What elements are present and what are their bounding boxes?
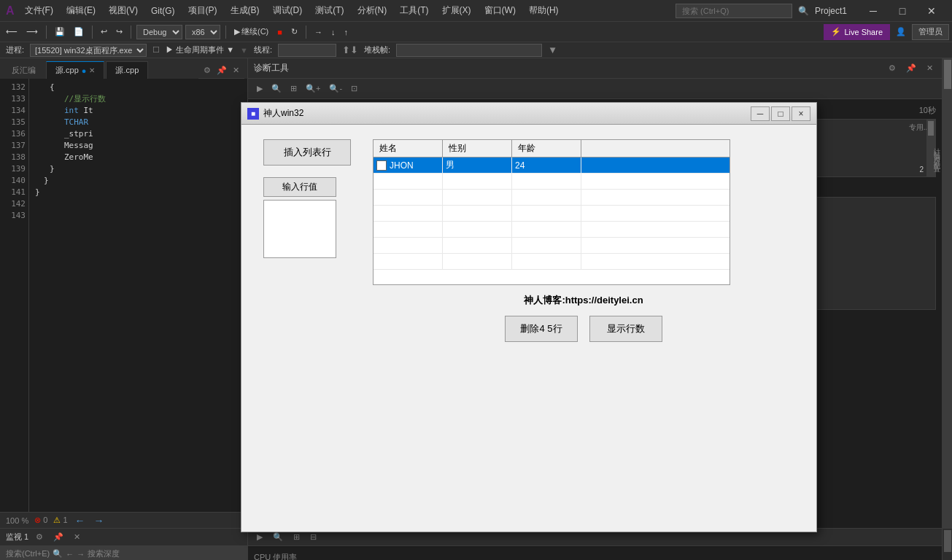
restore-button[interactable]: □ (888, 0, 917, 22)
diag-zoom-in-btn[interactable]: 🔍+ (303, 82, 323, 95)
list-row-1[interactable]: JHON 男 24 (374, 158, 730, 174)
dialog-close-btn[interactable]: × (792, 106, 810, 121)
save-all-btn[interactable]: 📄 (71, 24, 87, 40)
list-row-3[interactable] (374, 190, 730, 206)
diag-settings-btn[interactable]: ⚙ (886, 63, 899, 74)
search-input[interactable] (676, 4, 792, 18)
menu-analyze[interactable]: 分析(N) (352, 3, 393, 18)
bottom-scrollbar-thumb[interactable] (944, 530, 951, 552)
diag-search-btn[interactable]: 🔍 (268, 82, 285, 95)
platform-select[interactable]: x86 (185, 25, 220, 39)
dialog-content: 插入列表行 输入行值 姓名 性别 年龄 (241, 125, 816, 357)
far-right-scrollbar[interactable] (943, 58, 952, 528)
save-btn[interactable]: 💾 (52, 24, 68, 40)
insert-row-button[interactable]: 插入列表行 (263, 139, 351, 166)
warning-btn[interactable]: ⚠ 1 (53, 516, 67, 525)
list-row-4[interactable] (374, 206, 730, 222)
watch-settings-btn[interactable]: ⚙ (33, 532, 46, 542)
watch-close-btn[interactable]: ✕ (71, 532, 83, 542)
diag-fit-btn[interactable]: ⊡ (348, 82, 360, 95)
menu-tools[interactable]: 工具(T) (394, 3, 434, 18)
diag-start-btn[interactable]: ▶ (254, 82, 266, 95)
search-icon[interactable]: 🔍 (798, 6, 809, 16)
tab-source2[interactable]: 源.cpp (106, 61, 148, 79)
menu-build[interactable]: 生成(B) (225, 3, 266, 18)
cell-empty (581, 206, 730, 221)
window-controls: ─ □ ✕ (859, 0, 946, 22)
step-into-btn[interactable]: ↓ (328, 24, 338, 40)
process-select[interactable]: [15520] win32桌面程序.exe (30, 44, 147, 57)
row-checkbox-1[interactable] (376, 160, 387, 171)
list-row-6[interactable] (374, 238, 730, 254)
diag-close-btn[interactable]: ✕ (924, 63, 936, 74)
menu-project[interactable]: 项目(P) (182, 3, 223, 18)
diag-bottom-search[interactable]: 🔍 (270, 531, 286, 543)
watch-nav-back[interactable]: ← (66, 550, 74, 559)
watch-nav-forward[interactable]: → (77, 550, 85, 559)
tab-source1[interactable]: 源.cpp ● ✕ (46, 61, 104, 79)
profile-btn[interactable]: 👤 (893, 24, 909, 40)
menu-edit[interactable]: 编辑(E) (61, 3, 101, 18)
menu-extensions[interactable]: 扩展(X) (436, 3, 477, 18)
delete-rows-button[interactable]: 删除4 5行 (505, 316, 578, 342)
stop-btn[interactable]: ■ (274, 24, 285, 40)
restart-btn[interactable]: ↻ (288, 24, 301, 40)
live-share-button[interactable]: ⚡ Live Share (824, 24, 890, 40)
close-button[interactable]: ✕ (917, 0, 946, 22)
redo-btn[interactable]: ↪ (113, 24, 125, 40)
input-label: 输入行值 (263, 177, 336, 197)
dialog-restore-btn[interactable]: □ (771, 106, 790, 121)
forward-btn[interactable]: ⟶ (23, 24, 41, 40)
diag-bottom-zoom-in[interactable]: ⊞ (290, 531, 303, 543)
diag-bottom-zoom-out[interactable]: ⊟ (307, 531, 320, 543)
show-count-button[interactable]: 显示行数 (589, 316, 662, 342)
admin-button[interactable]: 管理员 (912, 24, 949, 40)
diag-zoom-out-btn[interactable]: 🔍- (326, 82, 345, 95)
dialog-titlebar[interactable]: ■ 神人win32 ─ □ × (241, 103, 816, 125)
nav-forward-btn[interactable]: → (93, 515, 106, 526)
et-settings-btn[interactable]: ⚙ (201, 65, 213, 76)
diag-bottom-start[interactable]: ▶ (254, 531, 266, 543)
minimize-button[interactable]: ─ (859, 0, 888, 22)
undo-btn[interactable]: ↩ (98, 24, 110, 40)
menu-git[interactable]: Git(G) (145, 4, 181, 18)
scrollbar-thumb[interactable] (928, 121, 934, 136)
lifecycle-label[interactable]: ▶ 生命周期事件 ▼ (166, 44, 234, 55)
bottom-right-scrollbar[interactable] (942, 529, 952, 560)
menu-window[interactable]: 窗口(W) (479, 3, 522, 18)
et-pin-btn[interactable]: 📌 (214, 65, 229, 76)
nav-back-btn[interactable]: ← (74, 515, 87, 526)
diag-filter-btn[interactable]: ⊞ (287, 82, 300, 95)
list-row-2[interactable] (374, 174, 730, 190)
zoom-label[interactable]: 100 % (6, 516, 28, 525)
code-content[interactable]: { //显示行数 int It TCHAR _stpri Messag Zero… (29, 79, 247, 512)
stackframe-input[interactable] (396, 44, 542, 57)
tab-decompile[interactable]: 反汇编 (3, 62, 44, 79)
expand-btn[interactable]: ▼ (548, 44, 557, 55)
thread-nav-btn[interactable]: ⬆⬇ (342, 44, 358, 55)
et-close-btn[interactable]: ✕ (231, 65, 241, 76)
menu-help[interactable]: 帮助(H) (523, 3, 565, 18)
tab-close1[interactable]: ✕ (89, 66, 95, 74)
watch-pin-btn[interactable]: 📌 (50, 532, 66, 542)
cell-empty (443, 206, 512, 221)
far-right-scrollthumb[interactable] (944, 60, 951, 89)
step-over-btn[interactable]: → (311, 24, 325, 40)
input-textarea[interactable] (263, 200, 336, 258)
dialog-minimize-btn[interactable]: ─ (751, 106, 770, 121)
error-btn[interactable]: ⊗ 0 (34, 516, 47, 525)
list-row-7[interactable] (374, 254, 730, 270)
watch-search-btn[interactable]: 🔍 (53, 549, 63, 559)
list-row-5[interactable] (374, 222, 730, 238)
diag-pin-btn[interactable]: 📌 (903, 63, 919, 74)
menu-file[interactable]: 文件(F) (19, 3, 59, 18)
thread-input[interactable] (278, 44, 336, 57)
debug-config-select[interactable]: Debug (136, 25, 182, 39)
menu-debug[interactable]: 调试(D) (267, 3, 309, 18)
menu-test[interactable]: 测试(T) (309, 3, 349, 18)
back-btn[interactable]: ⟵ (3, 24, 20, 40)
continue-btn[interactable]: ▶ 继续(C) (231, 24, 271, 40)
line-num: 138 (6, 152, 26, 163)
step-out-btn[interactable]: ↑ (341, 24, 351, 40)
menu-view[interactable]: 视图(V) (103, 3, 144, 18)
